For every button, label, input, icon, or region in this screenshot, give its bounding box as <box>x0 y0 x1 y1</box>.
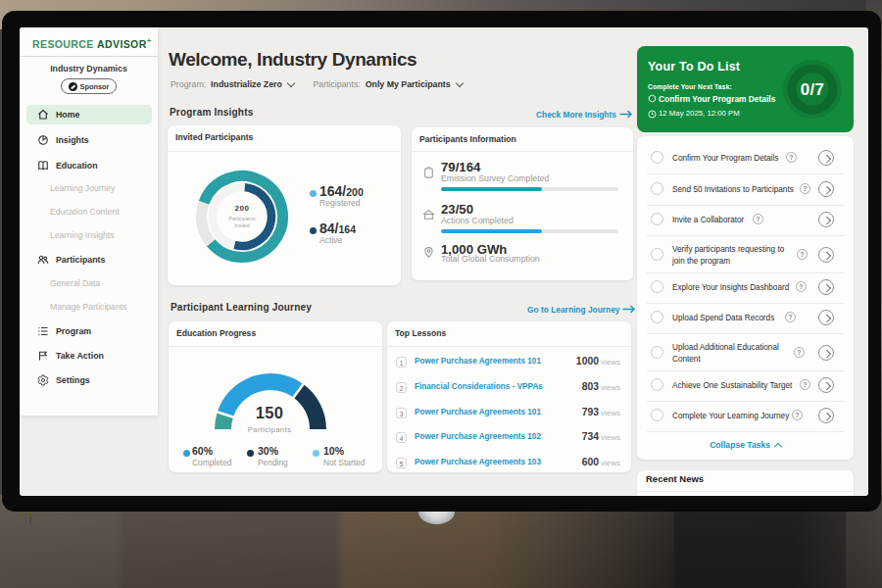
svg-text:200: 200 <box>235 204 250 213</box>
svg-text:Participants: Participants <box>248 425 291 434</box>
svg-text:Invited: Invited <box>234 222 249 228</box>
svg-text:Participants: Participants <box>228 216 256 221</box>
svg-text:150: 150 <box>256 404 283 421</box>
